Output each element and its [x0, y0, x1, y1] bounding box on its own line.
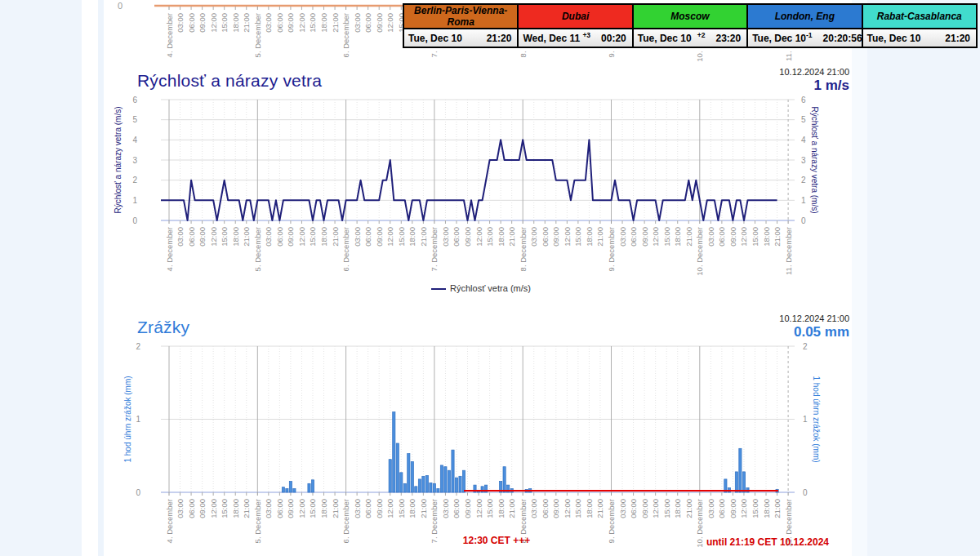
clock-date: Tue, Dec 10 [752, 33, 806, 44]
svg-text:3: 3 [132, 156, 137, 165]
svg-text:2: 2 [136, 342, 140, 351]
svg-text:18:00: 18:00 [673, 227, 682, 247]
svg-text:06:00: 06:00 [363, 13, 372, 33]
rain-chart: 4. December03:0006:0009:0012:0015:0018:0… [106, 306, 856, 556]
svg-text:12:00: 12:00 [385, 499, 394, 518]
svg-text:12:00: 12:00 [739, 227, 748, 247]
svg-text:10. December: 10. December [695, 499, 704, 548]
wind-line-swatch-icon [431, 288, 446, 290]
svg-text:15:00: 15:00 [751, 227, 760, 247]
svg-text:9. December: 9. December [607, 499, 616, 543]
svg-text:12:00: 12:00 [297, 13, 306, 33]
svg-text:7. December: 7. December [430, 227, 439, 271]
clock-time: 23:20 [715, 33, 741, 44]
svg-text:06:00: 06:00 [275, 13, 284, 33]
svg-text:03:00: 03:00 [353, 13, 362, 33]
svg-text:4: 4 [801, 136, 806, 145]
svg-text:12:00: 12:00 [209, 13, 218, 33]
clock-time-cell-london: Tue, Dec 10 -1 20:20:56 [747, 29, 862, 47]
svg-text:03:00: 03:00 [706, 499, 715, 518]
svg-text:15:00: 15:00 [485, 227, 494, 247]
svg-text:15:00: 15:00 [662, 499, 671, 518]
clock-utc-offset: -1 [806, 31, 813, 39]
svg-text:06:00: 06:00 [187, 227, 196, 247]
clock-city-london: London, Eng [747, 4, 862, 29]
svg-text:21:00: 21:00 [507, 499, 516, 518]
svg-text:21:00: 21:00 [773, 227, 782, 247]
svg-text:4. December: 4. December [165, 13, 174, 57]
svg-text:12:00: 12:00 [385, 227, 394, 247]
svg-text:4. December: 4. December [165, 499, 174, 543]
svg-text:21:00: 21:00 [507, 227, 516, 247]
svg-text:18:00: 18:00 [497, 227, 506, 247]
svg-text:21:00: 21:00 [331, 227, 340, 247]
svg-text:03:00: 03:00 [529, 499, 538, 518]
svg-text:11. December: 11. December [784, 227, 793, 275]
svg-text:03:00: 03:00 [264, 227, 273, 247]
svg-text:15:00: 15:00 [220, 499, 229, 518]
svg-text:09:00: 09:00 [375, 499, 384, 518]
svg-text:1 hod úhrn zrážok (mm): 1 hod úhrn zrážok (mm) [812, 376, 821, 462]
svg-text:7. December: 7. December [430, 499, 439, 543]
svg-text:18:00: 18:00 [231, 499, 240, 518]
svg-text:03:00: 03:00 [176, 13, 185, 33]
clock-time-cell-dubai: Wed, Dec 11 +3 00:20 [518, 29, 632, 47]
svg-text:15:00: 15:00 [308, 13, 317, 33]
svg-text:1 hod úhrn zrážok (mm): 1 hod úhrn zrážok (mm) [123, 376, 132, 462]
svg-text:15:00: 15:00 [220, 227, 229, 247]
clock-time: 00:20 [601, 33, 626, 44]
svg-text:21:00: 21:00 [773, 499, 782, 518]
svg-text:15:00: 15:00 [751, 499, 760, 518]
clock-time-cell-rabat: Tue, Dec 10 21:20 [862, 29, 977, 47]
svg-text:06:00: 06:00 [541, 227, 550, 247]
clock-city-berlin: Berlin-Paris-Vienna-Roma [403, 4, 518, 29]
svg-text:03:00: 03:00 [441, 227, 450, 247]
clock-time-row: Tue, Dec 10 21:20 Wed, Dec 11 +3 00:20 T… [403, 29, 977, 47]
svg-text:09:00: 09:00 [286, 499, 295, 518]
svg-text:03:00: 03:00 [176, 227, 185, 247]
clock-date: Tue, Dec 10 [408, 33, 462, 44]
svg-text:03:00: 03:00 [706, 227, 715, 247]
svg-text:09:00: 09:00 [463, 227, 472, 247]
svg-text:15:00: 15:00 [397, 499, 406, 518]
svg-text:15:00: 15:00 [397, 227, 406, 247]
svg-text:0: 0 [118, 1, 122, 11]
clock-time-cell-berlin: Tue, Dec 10 21:20 [403, 29, 518, 47]
svg-text:21:00: 21:00 [331, 499, 340, 518]
svg-text:15:00: 15:00 [573, 499, 582, 518]
svg-text:03:00: 03:00 [176, 499, 185, 518]
clock-date: Tue, Dec 10 [867, 33, 921, 44]
clock-date: Tue, Dec 10 [638, 33, 692, 44]
svg-text:03:00: 03:00 [618, 499, 627, 518]
svg-text:12:00: 12:00 [209, 227, 218, 247]
svg-text:0: 0 [136, 488, 140, 497]
svg-text:5: 5 [801, 115, 806, 124]
svg-text:03:00: 03:00 [529, 227, 538, 247]
svg-text:5: 5 [132, 115, 137, 124]
clock-date: Wed, Dec 11 [523, 33, 580, 44]
svg-text:8. December: 8. December [519, 227, 528, 271]
clock-utc-offset: +2 [697, 31, 706, 39]
svg-text:09:00: 09:00 [286, 13, 295, 33]
clock-city-dubai: Dubai [518, 4, 632, 29]
svg-text:18:00: 18:00 [497, 499, 506, 518]
svg-text:18:00: 18:00 [408, 227, 416, 247]
svg-text:1: 1 [803, 415, 808, 424]
left-divider-strip [98, 0, 104, 556]
wind-chart: 4. December03:0006:0009:0012:0015:0018:0… [106, 65, 856, 304]
svg-text:15:00: 15:00 [308, 227, 317, 247]
svg-text:06:00: 06:00 [187, 499, 196, 518]
svg-text:21:00: 21:00 [242, 13, 251, 33]
svg-text:03:00: 03:00 [264, 499, 273, 518]
svg-text:18:00: 18:00 [408, 499, 416, 518]
svg-text:6: 6 [132, 96, 137, 105]
clock-time: 20:20:56 [823, 33, 862, 44]
svg-text:09:00: 09:00 [728, 499, 737, 518]
svg-text:03:00: 03:00 [618, 227, 627, 247]
svg-text:09:00: 09:00 [551, 499, 560, 518]
svg-text:1: 1 [132, 196, 137, 205]
svg-text:2: 2 [803, 342, 808, 351]
svg-text:0: 0 [801, 216, 806, 225]
svg-text:12:00: 12:00 [297, 499, 306, 518]
svg-text:21:00: 21:00 [595, 227, 604, 247]
